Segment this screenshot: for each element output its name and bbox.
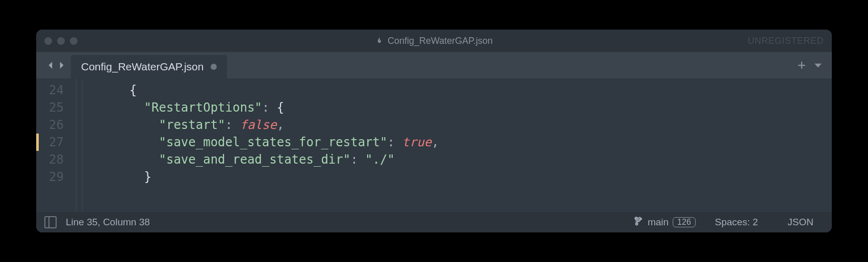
brace: { <box>277 100 284 115</box>
code-line: } <box>85 168 832 186</box>
syntax-mode[interactable]: JSON <box>777 217 824 228</box>
new-tab-icon[interactable] <box>797 61 806 70</box>
line-number: 26 <box>36 116 64 134</box>
line-number: 24 <box>36 82 64 99</box>
fold-guides <box>73 78 85 212</box>
minimize-window-button[interactable] <box>57 37 65 45</box>
git-branch-section[interactable]: main 126 <box>634 217 696 228</box>
line-number: 29 <box>36 168 64 186</box>
json-key: "restart" <box>159 118 225 132</box>
flame-icon <box>375 37 384 45</box>
line-number: 25 <box>36 99 64 116</box>
editor-area: 24 25 26 27 28 29 { "RestartOptions": { … <box>36 78 832 212</box>
svg-point-1 <box>636 223 637 224</box>
tab-label: Config_ReWaterGAP.json <box>81 61 203 73</box>
code-content[interactable]: { "RestartOptions": { "restart": false, … <box>85 78 832 212</box>
editor-window: Config_ReWaterGAP.json UNREGISTERED Conf… <box>36 30 832 232</box>
line-number-gutter: 24 25 26 27 28 29 <box>36 78 73 212</box>
editor[interactable]: 24 25 26 27 28 29 { "RestartOptions": { … <box>36 78 832 212</box>
brace: { <box>130 83 137 97</box>
svg-point-0 <box>636 217 637 219</box>
nav-forward-icon[interactable] <box>57 61 66 70</box>
code-line: "RestartOptions": { <box>85 99 832 116</box>
indent-guide <box>82 78 83 212</box>
modified-indicator-icon <box>211 64 217 70</box>
dropdown-icon[interactable] <box>813 61 823 70</box>
sidebar-toggle-icon[interactable] <box>44 216 57 228</box>
git-changes-count: 126 <box>673 217 696 227</box>
code-line: "save_and_read_states_dir": "./" <box>85 151 832 168</box>
code-line: "restart": false, <box>85 116 832 134</box>
window-title-text: Config_ReWaterGAP.json <box>388 36 493 46</box>
tab-bar: Config_ReWaterGAP.json <box>36 52 832 78</box>
json-key: "save_and_read_states_dir" <box>159 152 351 167</box>
brace: } <box>144 170 151 184</box>
line-number: 28 <box>36 151 64 168</box>
nav-back-icon[interactable] <box>46 61 56 70</box>
maximize-window-button[interactable] <box>70 37 78 45</box>
git-branch-name: main <box>648 217 669 228</box>
cursor-position[interactable]: Line 35, Column 38 <box>66 217 150 228</box>
indent-setting[interactable]: Spaces: 2 <box>705 217 769 228</box>
status-bar: Line 35, Column 38 main 126 Spaces: 2 JS… <box>36 212 832 232</box>
json-key: "RestartOptions" <box>144 100 262 115</box>
close-window-button[interactable] <box>44 37 52 45</box>
json-key: "save_model_states_for_restart" <box>159 135 388 149</box>
json-bool: false <box>240 118 276 132</box>
code-line: "save_model_states_for_restart": true, <box>85 134 832 151</box>
json-string: "./" <box>365 152 395 167</box>
window-controls <box>44 37 78 45</box>
titlebar: Config_ReWaterGAP.json UNREGISTERED <box>36 30 832 52</box>
tab-active[interactable]: Config_ReWaterGAP.json <box>71 55 227 78</box>
json-bool: true <box>402 135 431 149</box>
registration-status: UNREGISTERED <box>748 36 824 46</box>
line-number: 27 <box>36 134 64 151</box>
tab-bar-actions <box>797 52 832 78</box>
code-line: { <box>85 82 832 99</box>
indent-guide <box>76 78 76 212</box>
window-title: Config_ReWaterGAP.json <box>375 36 493 46</box>
git-branch-icon <box>634 217 644 228</box>
tab-nav <box>41 52 71 78</box>
